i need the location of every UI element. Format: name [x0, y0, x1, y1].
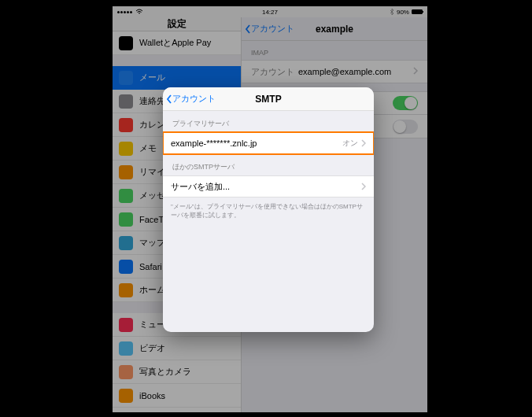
smtp-modal: アカウント SMTP プライマリサーバ example-*******.znlc…: [163, 87, 374, 332]
primary-server-row[interactable]: example-*******.znlc.jp オン: [163, 132, 374, 154]
add-server-row[interactable]: サーバを追加...: [163, 175, 374, 197]
other-servers-label: ほかのSMTPサーバ: [163, 154, 374, 175]
primary-server-name: example-*******.znlc.jp: [171, 138, 257, 148]
primary-server-label: プライマリサーバ: [163, 111, 374, 132]
chevron-right-icon: [361, 139, 366, 147]
chevron-right-icon: [361, 183, 366, 190]
modal-footer-note: "メール"は、プライマリサーバを使用できない場合はほかのSMTPサーバを順番に試…: [163, 197, 374, 224]
modal-title: SMTP: [163, 94, 374, 105]
